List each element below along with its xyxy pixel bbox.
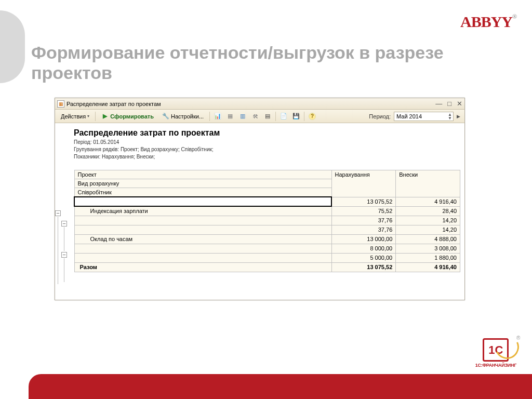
cell-vn: 14,20 <box>396 216 460 225</box>
report-meta-indicators: Показники: Нарахування; Внески; <box>74 153 460 161</box>
registered-icon: ® <box>512 13 516 20</box>
cell-nar: 8 000,00 <box>331 244 396 253</box>
col-calctype: Вид розрахунку <box>75 179 331 188</box>
window-icon: ▦ <box>57 100 64 108</box>
table-row[interactable]: 8 000,00 3 008,00 <box>74 244 460 253</box>
col-project: Проект <box>75 170 331 179</box>
report-body: Распределение затрат по проектам Період:… <box>55 123 464 300</box>
wrench-icon: 🔧 <box>162 113 169 120</box>
app-window: ▦ Распределение затрат по проектам — □ ✕… <box>55 98 465 300</box>
form-button[interactable]: ▶ Сформировать <box>98 111 157 122</box>
period-input[interactable]: Май 2014 ▲▼ <box>394 112 454 121</box>
cell-nar: 5 000,00 <box>331 253 396 262</box>
settings-label: Настройки... <box>171 113 204 119</box>
abbyy-logo: ABBYY® <box>460 13 516 31</box>
settings-button[interactable]: 🔧 Настройки... <box>158 111 207 122</box>
abbyy-text: ABBYY <box>460 13 512 30</box>
report-icon: 📄 <box>280 113 287 120</box>
cell-name: Оклад по часам <box>74 234 331 244</box>
report-table: Проект Вид розрахунку Співробітник Нарах… <box>74 170 460 272</box>
period-next-button[interactable]: ▶ <box>455 111 462 122</box>
form-label: Сформировать <box>110 113 154 119</box>
cell-name <box>74 216 331 225</box>
play-icon: ▶ <box>101 113 109 120</box>
report-meta-grouping: Групування рядків: Проект; Вид розрахунк… <box>74 146 460 153</box>
help-icon: ? <box>309 113 316 120</box>
cell-nar: 75,52 <box>331 206 396 216</box>
col-employee: Співробітник <box>75 188 331 196</box>
toolbar: Действия ▾ ▶ Сформировать 🔧 Настройки...… <box>55 110 464 123</box>
cell-vn: 4 916,40 <box>396 262 460 272</box>
onec-subtitle: 1С:ФРАНЧАЙЗИНГ <box>475 363 516 368</box>
cell-vn: 1 880,00 <box>396 253 460 262</box>
separator <box>304 112 304 121</box>
slide-decor-left <box>0 10 25 83</box>
chart-button[interactable]: 📊 <box>212 111 223 122</box>
cell-nar: 13 075,52 <box>331 197 396 206</box>
cell-vn: 4 916,40 <box>396 197 460 206</box>
expand-toggle[interactable]: − <box>55 210 61 216</box>
grid-button[interactable]: ▥ <box>237 111 248 122</box>
cell-name <box>74 253 331 262</box>
table-button[interactable]: ▤ <box>262 111 273 122</box>
period-label: Период: <box>369 113 391 119</box>
help-button[interactable]: ? <box>307 111 318 122</box>
registered-icon: ® <box>516 335 520 341</box>
table-row[interactable]: 5 000,00 1 880,00 <box>74 253 460 262</box>
col-vnesky: Внески <box>396 170 460 197</box>
cell-name <box>74 244 331 253</box>
minimize-button[interactable]: — <box>435 100 442 108</box>
table-total-row[interactable]: Разом 13 075,52 4 916,40 <box>74 262 460 272</box>
actions-label: Действия <box>61 113 86 119</box>
tree-line <box>64 227 64 251</box>
chart-icon: 📊 <box>214 113 221 120</box>
wizard-button[interactable]: ▦ <box>224 111 236 122</box>
cell-name <box>74 225 331 234</box>
cell-vn: 3 008,00 <box>396 244 460 253</box>
cell-nar: 37,76 <box>331 225 396 234</box>
cell-name: Индексация зарплати <box>74 206 331 216</box>
table-row[interactable]: 37,76 14,20 <box>74 216 460 225</box>
expand-toggle[interactable]: − <box>61 221 67 227</box>
save-icon: 💾 <box>292 113 300 120</box>
maximize-button[interactable]: □ <box>447 100 451 108</box>
table-row[interactable]: 13 075,52 4 916,40 <box>74 197 460 206</box>
tree-line <box>58 217 58 284</box>
report-button[interactable]: 📄 <box>278 111 289 122</box>
grid-icon: ▥ <box>239 113 246 120</box>
layout-icon: 🛠 <box>251 113 259 120</box>
separator <box>95 112 96 121</box>
cell-vn: 28,40 <box>396 206 460 216</box>
window-titlebar[interactable]: ▦ Распределение затрат по проектам — □ ✕ <box>55 98 464 110</box>
layout-button[interactable]: 🛠 <box>249 111 261 122</box>
close-button[interactable]: ✕ <box>457 100 462 108</box>
table-row[interactable]: Индексация зарплати 75,52 28,40 <box>74 206 460 216</box>
step-down-icon[interactable]: ▼ <box>448 116 452 120</box>
col-narakhuvannya: Нарахування <box>331 170 396 197</box>
report-title: Распределение затрат по проектам <box>74 128 460 138</box>
cell-name: Разом <box>74 262 331 272</box>
slide-decor-bottom <box>29 374 532 399</box>
wizard-icon: ▦ <box>227 113 234 120</box>
actions-menu[interactable]: Действия ▾ <box>57 111 93 122</box>
table-row[interactable]: 37,76 14,20 <box>74 225 460 234</box>
cell-vn: 4 888,00 <box>396 234 460 244</box>
dropdown-icon: ▾ <box>87 114 89 118</box>
onec-logo: 1С ® 1С:ФРАНЧАЙЗИНГ <box>475 338 516 368</box>
save-button[interactable]: 💾 <box>290 111 302 122</box>
separator <box>275 112 276 121</box>
period-value: Май 2014 <box>396 113 422 119</box>
table-row[interactable]: Оклад по часам 13 000,00 4 888,00 <box>74 234 460 244</box>
expand-toggle[interactable]: − <box>61 252 67 258</box>
report-meta-period: Період: 01.05.2014 <box>74 139 460 146</box>
tree-line <box>64 258 64 282</box>
period-stepper[interactable]: ▲▼ <box>448 113 452 120</box>
slide-title: Формирование отчетности/выгрузок в разре… <box>31 43 511 83</box>
cell-nar: 37,76 <box>331 216 396 225</box>
window-title: Распределение затрат по проектам <box>66 101 161 107</box>
cell-vn: 14,20 <box>396 225 460 234</box>
cell-name <box>74 197 331 206</box>
separator <box>209 112 210 121</box>
chevron-right-icon: ▶ <box>457 114 460 119</box>
cell-nar: 13 075,52 <box>331 262 396 272</box>
